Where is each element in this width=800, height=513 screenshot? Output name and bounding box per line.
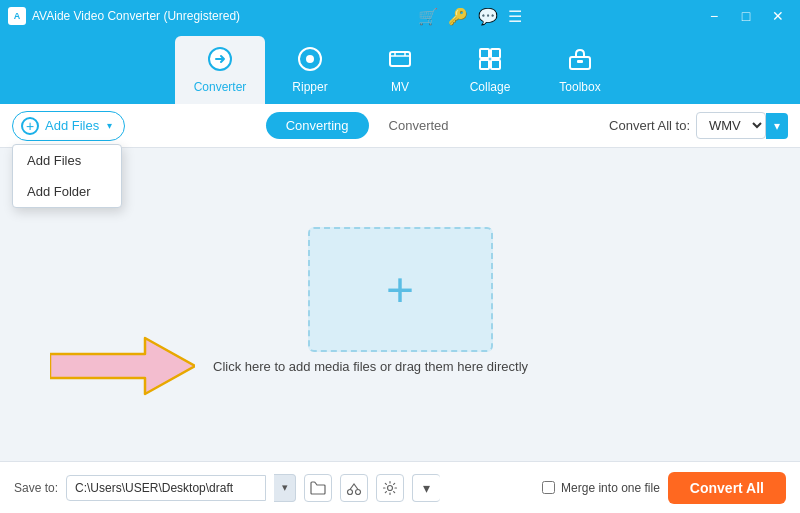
svg-rect-7 — [491, 60, 500, 69]
tab-converting[interactable]: Converting — [266, 112, 369, 139]
chat-icon[interactable]: 💬 — [478, 7, 498, 26]
toolbox-label: Toolbox — [559, 80, 600, 94]
converter-icon — [207, 46, 233, 76]
key-icon[interactable]: 🔑 — [448, 7, 468, 26]
convert-all-to-label: Convert All to: — [609, 118, 690, 133]
add-files-dropdown: Add Files Add Folder — [12, 144, 122, 208]
format-dropdown-btn[interactable]: ▾ — [766, 113, 788, 139]
hint-row: Click here to add media files or drag th… — [50, 336, 528, 396]
nav-item-converter[interactable]: Converter — [175, 36, 265, 104]
nav-item-ripper[interactable]: Ripper — [265, 36, 355, 104]
svg-rect-9 — [577, 60, 583, 63]
save-path-input[interactable] — [66, 475, 266, 501]
merge-checkbox-area: Merge into one file — [542, 481, 660, 495]
bottom-bar: Save to: ▾ ▾ Merge into one file Convert… — [0, 461, 800, 513]
add-circle-icon: + — [21, 117, 39, 135]
app-title: AVAide Video Converter (Unregistered) — [32, 9, 240, 23]
add-files-dropdown-arrow: ▾ — [107, 120, 112, 131]
dropdown-add-folder[interactable]: Add Folder — [13, 176, 121, 207]
add-files-label: Add Files — [45, 118, 99, 133]
ripper-icon — [297, 46, 323, 76]
svg-marker-10 — [50, 338, 195, 394]
maximize-button[interactable]: □ — [732, 5, 760, 27]
toolbar: + Add Files ▾ Add Files Add Folder Conve… — [0, 104, 800, 148]
drop-zone[interactable]: + — [308, 227, 493, 352]
arrow-graphic — [50, 336, 195, 396]
svg-rect-5 — [491, 49, 500, 58]
cut-btn[interactable] — [340, 474, 368, 502]
converter-label: Converter — [194, 80, 247, 94]
svg-point-11 — [348, 489, 353, 494]
app-icon: A — [8, 7, 26, 25]
title-bar-left: A AVAide Video Converter (Unregistered) — [8, 7, 240, 25]
svg-rect-3 — [390, 52, 410, 66]
folder-open-btn[interactable] — [304, 474, 332, 502]
collage-icon — [477, 46, 503, 76]
nav-bar: Converter Ripper MV — [0, 32, 800, 104]
title-bar-right: − □ ✕ — [700, 5, 792, 27]
convert-all-to: Convert All to: WMV MP4 AVI MOV MKV ▾ — [609, 112, 788, 139]
settings-btn[interactable] — [376, 474, 404, 502]
svg-point-13 — [388, 485, 393, 490]
convert-all-button[interactable]: Convert All — [668, 472, 786, 504]
merge-checkbox[interactable] — [542, 481, 555, 494]
dropdown-add-files[interactable]: Add Files — [13, 145, 121, 176]
svg-rect-6 — [480, 60, 489, 69]
toolbox-icon — [567, 46, 593, 76]
nav-item-mv[interactable]: MV — [355, 36, 445, 104]
settings-dropdown-btn[interactable]: ▾ — [412, 474, 440, 502]
minimize-button[interactable]: − — [700, 5, 728, 27]
save-to-label: Save to: — [14, 481, 58, 495]
mv-icon — [387, 46, 413, 76]
tab-converted[interactable]: Converted — [369, 112, 469, 139]
title-bar: A AVAide Video Converter (Unregistered) … — [0, 0, 800, 32]
svg-rect-4 — [480, 49, 489, 58]
cart-icon[interactable]: 🛒 — [418, 7, 438, 26]
arrow-svg — [50, 336, 195, 396]
title-bar-icons: 🛒 🔑 💬 ☰ — [418, 7, 522, 26]
mv-label: MV — [391, 80, 409, 94]
collage-label: Collage — [470, 80, 511, 94]
nav-item-collage[interactable]: Collage — [445, 36, 535, 104]
add-files-button[interactable]: + Add Files ▾ — [12, 111, 125, 141]
nav-item-toolbox[interactable]: Toolbox — [535, 36, 625, 104]
drop-plus-icon: + — [386, 266, 414, 314]
format-select[interactable]: WMV MP4 AVI MOV MKV — [696, 112, 766, 139]
close-button[interactable]: ✕ — [764, 5, 792, 27]
menu-icon[interactable]: ☰ — [508, 7, 522, 26]
hint-text: Click here to add media files or drag th… — [213, 359, 528, 374]
svg-point-12 — [356, 489, 361, 494]
merge-label: Merge into one file — [561, 481, 660, 495]
tab-area: Converting Converted — [266, 112, 469, 139]
svg-point-2 — [306, 55, 314, 63]
ripper-label: Ripper — [292, 80, 327, 94]
save-path-dropdown-btn[interactable]: ▾ — [274, 474, 296, 502]
